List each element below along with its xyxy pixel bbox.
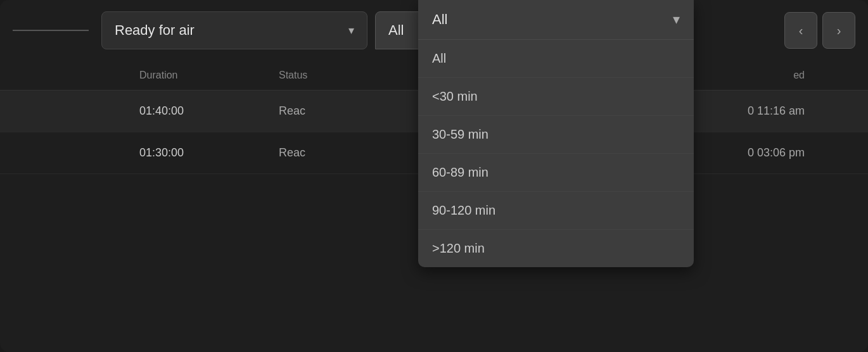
dropdown-item-lt30[interactable]: <30 min bbox=[418, 78, 694, 116]
duration-dropdown-menu: All ▾ All <30 min 30-59 min 60-89 min 90… bbox=[418, 0, 694, 267]
row-duration-2: 01:30:00 bbox=[139, 146, 279, 160]
row-status-1: Reac bbox=[279, 104, 405, 118]
dropdown-header-label: All bbox=[432, 11, 447, 28]
dropdown-item-gt120[interactable]: >120 min bbox=[418, 230, 694, 267]
prev-icon: ‹ bbox=[799, 23, 803, 38]
dropdown-item-90-120[interactable]: 90-120 min bbox=[418, 192, 694, 230]
row-aired-1: 0 11:16 am bbox=[748, 104, 843, 118]
dropdown-item-30-59[interactable]: 30-59 min bbox=[418, 116, 694, 154]
status-filter-label: Ready for air bbox=[115, 22, 195, 39]
dropdown-item-all[interactable]: All bbox=[418, 40, 694, 78]
status-filter-dropdown[interactable]: Ready for air ▾ bbox=[101, 11, 367, 49]
col-header-duration: Duration bbox=[139, 70, 279, 81]
row-status-2: Reac bbox=[279, 146, 405, 160]
next-button[interactable]: › bbox=[822, 12, 855, 49]
status-filter-chevron: ▾ bbox=[348, 23, 354, 37]
next-icon: › bbox=[837, 23, 841, 38]
row-duration-1: 01:40:00 bbox=[139, 104, 279, 118]
page-container: Ready for air ▾ All ▾ ‹ › Duration Statu… bbox=[0, 0, 868, 352]
dropdown-item-60-89[interactable]: 60-89 min bbox=[418, 154, 694, 192]
nav-buttons: ‹ › bbox=[784, 12, 855, 49]
filter-divider bbox=[13, 30, 89, 31]
prev-button[interactable]: ‹ bbox=[784, 12, 817, 49]
col-header-aired: ed bbox=[793, 70, 843, 81]
dropdown-header-item[interactable]: All ▾ bbox=[418, 0, 694, 40]
dropdown-header-chevron: ▾ bbox=[673, 11, 680, 28]
col-header-status: Status bbox=[279, 70, 405, 81]
row-aired-2: 0 03:06 pm bbox=[748, 146, 843, 160]
duration-filter-label: All bbox=[388, 22, 404, 39]
